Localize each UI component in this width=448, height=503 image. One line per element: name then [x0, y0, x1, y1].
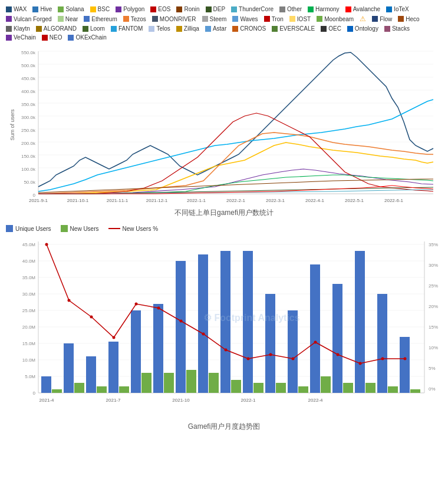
chart2-svg: 45.0M 40.0M 35.0M 30.0M 25.0M 20.0M 15.0… [6, 236, 442, 418]
svg-text:2022-4-1: 2022-4-1 [305, 198, 325, 203]
legend1-item-waves: Waves [232, 15, 258, 23]
legend-color-swatch [386, 6, 392, 12]
legend2-new-users-pct: New Users % [108, 226, 159, 232]
legend-color-swatch [152, 16, 158, 22]
legend1-item-dep: DEP [206, 6, 226, 12]
svg-text:500.0k: 500.0k [21, 63, 36, 68]
legend-item-label: Ontology [355, 25, 378, 32]
legend-item-label: Solana [65, 6, 84, 12]
legend1-item-ronin: Ronin [176, 6, 199, 12]
svg-text:30%: 30% [429, 263, 438, 268]
legend1-item-stacks: Stacks [384, 25, 410, 32]
legend-color-swatch [202, 16, 208, 22]
svg-point-75 [180, 320, 183, 323]
legend-color-swatch [289, 16, 295, 22]
svg-text:10.0M: 10.0M [22, 358, 36, 363]
legend1-item-fantom: FANTOM [111, 25, 143, 32]
legend-color-swatch [123, 16, 129, 22]
bar-unique-16 [377, 294, 387, 393]
legend-item-label: OEC [328, 25, 341, 32]
legend1-item-oec: OEC [321, 25, 341, 32]
legend-item-label: Other [287, 6, 302, 12]
bar-new-11 [276, 383, 286, 393]
legend-item-label: Loom [90, 25, 105, 32]
svg-text:100.0k: 100.0k [21, 167, 36, 172]
legend-item-label: OKExChain [75, 34, 106, 41]
legend-item-label: WAX [14, 6, 27, 12]
legend1-item-okexchain: OKExChain [68, 34, 106, 41]
legend-item-label: Polygon [123, 6, 144, 12]
legend-color-swatch [232, 16, 238, 22]
legend2-new-users: New Users [61, 225, 99, 232]
bar-new-13 [321, 376, 331, 393]
legend-color-swatch [279, 6, 285, 12]
bar-unique-12 [288, 310, 298, 393]
legend-color-swatch [231, 6, 237, 12]
legend-color-swatch [176, 26, 182, 32]
legend-item-label: EVERSCALE [279, 25, 315, 32]
bar-new-4 [119, 386, 129, 393]
bar-new-16 [388, 386, 398, 393]
svg-text:2022-2-1: 2022-2-1 [226, 198, 246, 203]
chart2-section: Unique Users New Users New Users % 45.0M… [6, 225, 442, 432]
legend-item-label: DEP [213, 6, 226, 12]
legend1-item-solana: Solana [58, 6, 84, 12]
svg-text:350.0k: 350.0k [21, 102, 36, 107]
legend-item-label: MOONRIVER [160, 16, 196, 22]
svg-text:New Users %: New Users % [441, 302, 442, 335]
svg-text:150.0k: 150.0k [21, 154, 36, 159]
svg-text:2021-12-1: 2021-12-1 [146, 198, 168, 203]
svg-point-76 [202, 333, 205, 336]
legend1-item-tezos: Tezos [123, 15, 146, 23]
legend-item-label: Telos [156, 25, 170, 32]
svg-text:2022-6-1: 2022-6-1 [384, 198, 404, 203]
legend-item-label: Zilliqa [184, 25, 199, 32]
legend-color-swatch [6, 16, 12, 22]
svg-point-85 [404, 358, 407, 360]
new-users-pct-label: New Users % [123, 226, 159, 232]
svg-text:200.0k: 200.0k [21, 141, 36, 146]
legend-item-label: IoTeX [394, 6, 409, 12]
svg-text:25.0M: 25.0M [22, 308, 36, 313]
svg-point-70 [68, 299, 71, 302]
legend1-item-heco: Heco [398, 15, 419, 23]
svg-text:20.0M: 20.0M [22, 325, 36, 330]
svg-text:20%: 20% [429, 304, 438, 309]
legend1-item-thundercore: ThunderCore [231, 6, 274, 12]
legend1-item-moonbeam: Moonbeam [317, 15, 354, 23]
legend-item-label: Harmony [315, 6, 340, 12]
bar-new-2 [74, 383, 84, 393]
bar-unique-5 [131, 310, 141, 393]
legend-color-swatch [83, 26, 88, 32]
svg-point-82 [337, 353, 340, 356]
legend-color-swatch [398, 16, 404, 22]
bar-unique-2 [64, 343, 74, 393]
new-users-label: New Users [70, 226, 99, 232]
legend1-item-moonriver: MOONRIVER [152, 15, 196, 23]
legend1-item-cronos: CRONOS [232, 25, 266, 32]
legend-item-label: VeChain [14, 34, 36, 41]
svg-point-72 [113, 336, 116, 339]
legend-color-swatch [84, 16, 90, 22]
legend-color-swatch [6, 35, 12, 41]
chart2-title: Gamefi用户月度趋势图 [6, 422, 442, 432]
svg-text:2022-1: 2022-1 [241, 398, 256, 403]
legend-color-swatch [347, 26, 353, 32]
svg-text:45.0M: 45.0M [22, 242, 36, 247]
legend-item-label: Astar [213, 25, 226, 32]
legend-color-swatch [58, 16, 64, 22]
svg-text:0: 0 [33, 391, 36, 396]
svg-text:2022-4: 2022-4 [308, 398, 323, 403]
svg-text:0: 0 [33, 193, 36, 198]
bar-unique-15 [355, 251, 365, 393]
legend-color-swatch [345, 6, 351, 12]
legend-color-swatch [317, 16, 322, 22]
legend1-item-iost: IOST [289, 15, 311, 23]
svg-text:2022-3-1: 2022-3-1 [266, 198, 285, 203]
svg-text:15.0M: 15.0M [22, 341, 36, 346]
legend-color-swatch [111, 26, 117, 32]
legend-color-swatch [58, 6, 64, 12]
legend1-item-neo: NEO [42, 34, 62, 41]
bar-unique-14 [332, 284, 342, 393]
watermark: ⚙ Footprint Analytics [203, 313, 300, 323]
